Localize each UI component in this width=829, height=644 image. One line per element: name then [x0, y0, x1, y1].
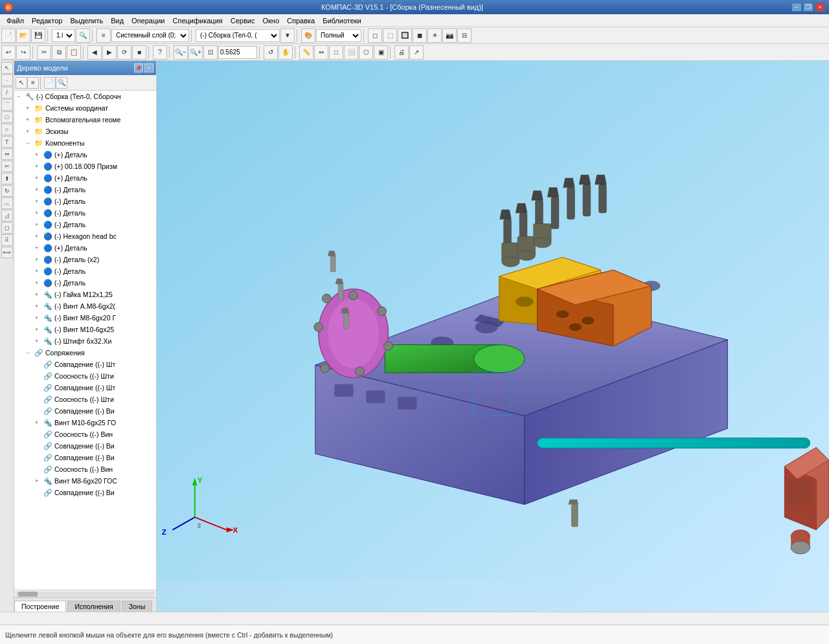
tree-tb-btn2[interactable]: ≡: [27, 77, 39, 89]
fillet-tool[interactable]: ⌓: [1, 197, 13, 209]
menu-item-[interactable]: Операции: [128, 16, 168, 26]
tree-item[interactable]: −🔗Сопряжения: [14, 347, 156, 359]
menu-item-[interactable]: Вид: [107, 16, 128, 26]
tree-hscroll[interactable]: [14, 590, 156, 597]
tree-item[interactable]: +🔩(-) Гайка M12x1,25: [14, 289, 156, 300]
light-btn[interactable]: ☀: [427, 28, 442, 43]
tree-expand-icon[interactable]: +: [35, 291, 43, 298]
copy-btn[interactable]: ⧉: [52, 45, 66, 60]
layer-btn[interactable]: ≡: [97, 28, 111, 43]
tree-expand-icon[interactable]: +: [35, 478, 43, 484]
tree-expand-icon[interactable]: +: [35, 315, 43, 321]
text-tool[interactable]: T: [1, 136, 13, 148]
tree-expand-icon[interactable]: +: [35, 338, 43, 344]
render-combo[interactable]: Полный: [316, 29, 361, 42]
app-minimize-btn[interactable]: −: [791, 3, 802, 12]
fwd-btn[interactable]: ▶: [102, 45, 117, 60]
tree-expand-icon[interactable]: +: [26, 128, 34, 135]
tree-expand-icon[interactable]: +: [35, 233, 43, 239]
app-close-btn[interactable]: ×: [815, 3, 825, 12]
view-top-btn[interactable]: ⬜: [344, 45, 358, 60]
tree-item[interactable]: +🔩Винт М8-6gx20 ГОС: [14, 475, 156, 487]
tree-expand-icon[interactable]: +: [35, 280, 43, 286]
back-btn[interactable]: ◀: [87, 45, 102, 60]
tree-expand-icon[interactable]: +: [35, 186, 43, 193]
tree-item[interactable]: 🔗Совпадение ((-) Шт: [14, 359, 156, 370]
view-front-btn[interactable]: □: [329, 45, 343, 60]
extrude-tool[interactable]: ⬆: [1, 173, 13, 184]
tree-item[interactable]: +🔩(-) Штифт 6x32.Хи: [14, 335, 156, 347]
tree-expand-icon[interactable]: +: [35, 256, 43, 263]
tree-pin-btn[interactable]: 📌: [134, 63, 143, 72]
tree-expand-icon[interactable]: −: [26, 350, 34, 356]
tree-expand-icon[interactable]: +: [35, 210, 43, 216]
new-btn[interactable]: 📄: [1, 28, 16, 43]
tree-expand-icon[interactable]: +: [26, 105, 34, 111]
tree-item[interactable]: 🔗Совпадение ((-) Шт: [14, 382, 156, 394]
tree-item[interactable]: +🔵(-) Деталь: [14, 219, 156, 230]
measure-btn[interactable]: 📏: [299, 45, 313, 60]
help-btn[interactable]: ?: [153, 45, 167, 60]
pattern-tool[interactable]: ⠿: [1, 234, 13, 246]
tree-item[interactable]: 🔗Соосность ((-) Вин: [14, 463, 156, 475]
print-btn[interactable]: 🖨: [394, 45, 409, 60]
menu-item-[interactable]: Библиотеки: [319, 16, 365, 26]
tree-expand-icon[interactable]: −: [17, 93, 25, 100]
arc-tool[interactable]: ⌒: [1, 99, 13, 111]
tree-expand-icon[interactable]: +: [35, 419, 43, 426]
view-wire-btn[interactable]: ⬚: [383, 28, 397, 43]
menu-item-[interactable]: Спецификация: [169, 16, 227, 26]
panel-tab-построение[interactable]: Построение: [14, 601, 66, 612]
orient-btn[interactable]: 🔲: [398, 28, 412, 43]
zoom-in-btn[interactable]: 🔍+: [188, 45, 203, 60]
cut-btn[interactable]: ✂: [37, 45, 51, 60]
view-iso-btn[interactable]: ⬡: [359, 45, 373, 60]
dim-btn[interactable]: ⇔: [314, 45, 328, 60]
zoom-fit-btn[interactable]: ⊡: [203, 45, 218, 60]
cut-tool[interactable]: ✂: [1, 161, 13, 172]
viewport[interactable]: Y X Z 2: [157, 61, 829, 612]
tree-tb-btn4[interactable]: 🔍: [56, 77, 67, 89]
tree-expand-icon[interactable]: −: [26, 140, 34, 146]
tree-item[interactable]: +🔵(-) Деталь: [14, 195, 156, 207]
menu-item-[interactable]: Сервис: [227, 16, 259, 26]
menu-item-[interactable]: Выделить: [66, 16, 107, 26]
tree-item[interactable]: +📁Системы координат: [14, 102, 156, 114]
tree-content[interactable]: −🔧(-) Сборка (Тел-0, Сборочн+📁Системы ко…: [14, 91, 156, 590]
stop-btn[interactable]: ■: [132, 45, 146, 60]
tree-item[interactable]: +🔵(-) Hexagon head bc: [14, 230, 156, 242]
panel-tab-исполнения[interactable]: Исполнения: [67, 601, 120, 612]
assembly-btn[interactable]: ▼: [280, 28, 295, 43]
menu-item-[interactable]: Окно: [258, 16, 283, 26]
tree-item[interactable]: 🔗Совпадение ((-) Ви: [14, 452, 156, 463]
paste-btn[interactable]: 📋: [67, 45, 81, 60]
tree-expand-icon[interactable]: +: [35, 221, 43, 228]
tree-item[interactable]: +🔩Винт М10-6gx25 ГО: [14, 417, 156, 428]
refresh-btn[interactable]: ⟳: [117, 45, 131, 60]
tree-item[interactable]: +🔵(+) 00.18.009 Призм: [14, 161, 156, 172]
circle-tool[interactable]: ○: [1, 124, 13, 135]
revolve-tool[interactable]: ↻: [1, 185, 13, 197]
tree-item[interactable]: +🔵(-) Деталь: [14, 265, 156, 277]
tree-tb-btn3[interactable]: 📄: [44, 77, 56, 89]
select-tool[interactable]: ↖: [1, 62, 13, 74]
camera-btn[interactable]: 📷: [442, 28, 457, 43]
zoom-out-btn[interactable]: 🔍−: [174, 45, 188, 60]
tree-expand-icon[interactable]: +: [35, 175, 43, 181]
tree-close-btn[interactable]: ×: [144, 63, 153, 72]
redo-btn[interactable]: ↪: [16, 45, 30, 60]
panel-tab-зоны[interactable]: Зоны: [122, 601, 153, 612]
zoom-combo[interactable]: 1.0: [52, 29, 75, 42]
menu-item-[interactable]: Файл: [3, 16, 28, 26]
tree-item[interactable]: +🔩(-) Винт А.М8-6gx2(: [14, 300, 156, 312]
tree-expand-icon[interactable]: +: [26, 117, 34, 123]
tree-expand-icon[interactable]: +: [35, 198, 43, 205]
point-tool[interactable]: ·: [1, 74, 13, 86]
tree-expand-icon[interactable]: +: [35, 151, 43, 158]
tree-expand-icon[interactable]: +: [35, 268, 43, 274]
app-restore-btn[interactable]: ❐: [803, 3, 813, 12]
chamfer-tool[interactable]: ◿: [1, 210, 13, 221]
tree-item[interactable]: +🔵(-) Деталь: [14, 277, 156, 289]
export-btn[interactable]: ↗: [409, 45, 424, 60]
zoom-input[interactable]: [218, 46, 257, 59]
